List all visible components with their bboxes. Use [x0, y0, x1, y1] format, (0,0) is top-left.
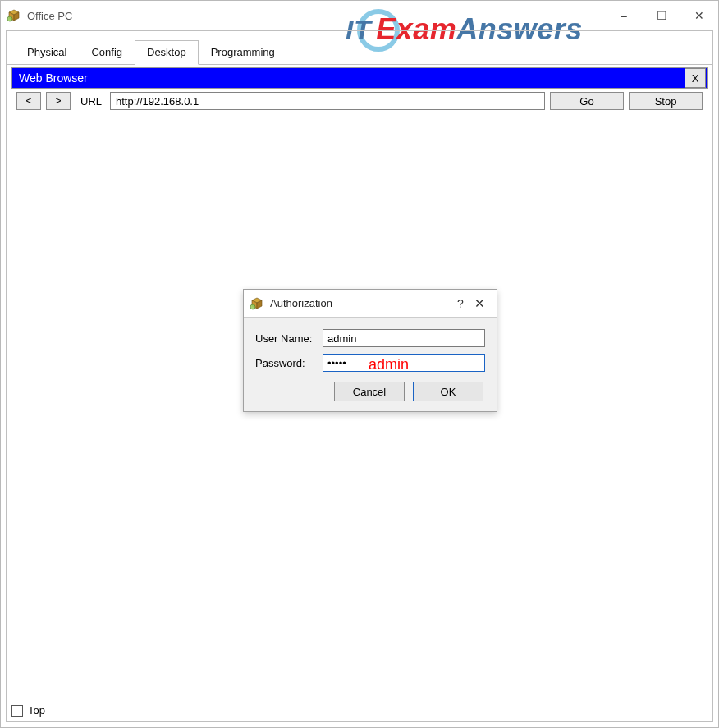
- forward-button[interactable]: >: [46, 92, 71, 110]
- web-browser-titlebar: Web Browser X: [11, 67, 708, 89]
- footer: Top: [11, 704, 45, 717]
- dialog-body: User Name: Password: Cancel OK: [244, 318, 497, 411]
- web-browser-title: Web Browser: [19, 71, 88, 85]
- dialog-button-row: Cancel OK: [255, 378, 485, 401]
- close-button[interactable]: ✕: [680, 3, 718, 28]
- tab-physical[interactable]: Physical: [15, 40, 79, 65]
- dialog-title: Authorization: [270, 297, 452, 309]
- device-tabs: Physical Config Desktop Programming: [7, 31, 712, 65]
- url-label: URL: [76, 95, 105, 108]
- maximize-button[interactable]: ☐: [643, 3, 680, 28]
- password-row: Password:: [255, 354, 485, 372]
- url-input[interactable]: [110, 92, 545, 110]
- authorization-dialog: Authorization ? ✕ User Name: Password: C…: [243, 289, 497, 412]
- password-input[interactable]: [323, 354, 485, 372]
- dialog-help-button[interactable]: ?: [452, 297, 469, 310]
- password-label: Password:: [255, 357, 323, 369]
- dialog-icon: [250, 297, 263, 310]
- top-label: Top: [28, 704, 45, 717]
- dialog-titlebar: Authorization ? ✕: [244, 290, 497, 318]
- svg-point-3: [7, 16, 12, 21]
- go-button[interactable]: Go: [550, 92, 624, 110]
- tab-config[interactable]: Config: [79, 40, 135, 65]
- ok-button[interactable]: OK: [413, 382, 483, 401]
- back-button[interactable]: <: [16, 92, 41, 110]
- desktop-tab-content: Web Browser X < > URL Go Stop: [11, 67, 708, 695]
- stop-button[interactable]: Stop: [629, 92, 703, 110]
- titlebar: Office PC – ☐ ✕: [1, 1, 718, 30]
- top-checkbox[interactable]: [11, 705, 23, 717]
- tab-programming[interactable]: Programming: [199, 40, 287, 65]
- application-window: Office PC – ☐ ✕ IT ExamAnswers Physical …: [0, 0, 719, 728]
- minimize-button[interactable]: –: [605, 3, 643, 28]
- username-label: User Name:: [255, 332, 323, 345]
- username-input[interactable]: [323, 329, 485, 347]
- window-title: Office PC: [27, 10, 605, 22]
- svg-point-7: [250, 304, 255, 309]
- web-browser-toolbar: < > URL Go Stop: [11, 89, 708, 113]
- username-row: User Name:: [255, 329, 485, 347]
- dialog-close-button[interactable]: ✕: [469, 296, 490, 311]
- client-area: Physical Config Desktop Programming Web …: [6, 30, 713, 722]
- app-icon: [7, 9, 21, 22]
- tab-desktop[interactable]: Desktop: [135, 40, 199, 65]
- cancel-button[interactable]: Cancel: [334, 382, 405, 401]
- web-browser-close-button[interactable]: X: [685, 68, 706, 88]
